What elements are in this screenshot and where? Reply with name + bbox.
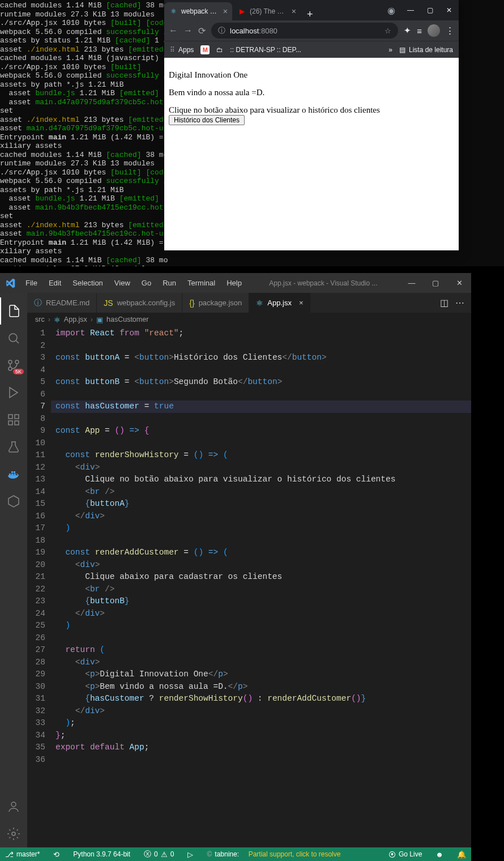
code-line[interactable]: Clique no botão abaixo para visualizar o…	[55, 474, 471, 486]
menu-view[interactable]: View	[109, 276, 135, 289]
maximize-button[interactable]: ▢	[420, 2, 439, 19]
code-line[interactable]: <div>	[55, 559, 471, 572]
code-line[interactable]	[55, 340, 471, 352]
code-line[interactable]: return (	[55, 644, 471, 657]
branch-indicator[interactable]: ⎇master*	[2, 850, 42, 859]
python-indicator[interactable]: Python 3.9.7 64-bit	[70, 850, 133, 858]
gear-icon[interactable]	[0, 820, 27, 847]
settings-icon[interactable]: ≡	[417, 26, 422, 36]
editor-tab-webpack-config-js[interactable]: JSwebpack.config.js	[97, 293, 182, 313]
menu-selection[interactable]: Selection	[67, 276, 108, 289]
code-line[interactable]: };	[55, 730, 471, 742]
bookmark-folder[interactable]: 🗀	[216, 46, 223, 54]
code-line[interactable]	[55, 632, 471, 645]
apps-shortcut[interactable]: ⠿Apps	[170, 46, 194, 54]
code-line[interactable]	[55, 413, 471, 425]
code-line[interactable]	[55, 754, 471, 766]
code-line[interactable]: {hasCustomer ? renderShowHistory() : ren…	[55, 693, 471, 705]
code-line[interactable]: const renderAddCustomer = () => (	[55, 547, 471, 559]
run-debug-icon[interactable]	[0, 379, 27, 406]
bookmark-overflow-icon[interactable]: »	[388, 46, 392, 54]
code-editor[interactable]: 1234567891011121314151617181920212223242…	[27, 326, 471, 847]
reading-list-button[interactable]: ▤Lista de leitura	[399, 46, 453, 54]
code-line[interactable]: );	[55, 717, 471, 730]
more-icon[interactable]: ⋮	[446, 25, 454, 36]
new-tab-button[interactable]: +	[301, 8, 319, 20]
code-line[interactable]: <br />	[55, 486, 471, 498]
code-line[interactable]: export default App;	[55, 741, 471, 754]
code-line[interactable]	[55, 535, 471, 547]
code-line[interactable]: </div>	[55, 705, 471, 718]
forward-button[interactable]: →	[183, 25, 193, 36]
avatar[interactable]	[428, 24, 440, 37]
editor-tab-package-json[interactable]: {}package.json	[182, 293, 249, 313]
testing-icon[interactable]	[0, 433, 27, 461]
code-line[interactable]: {buttonA}	[55, 498, 471, 510]
bookmark-star-icon[interactable]: ☆	[385, 27, 391, 35]
code-line[interactable]: const buttonA = <button>Histórico dos Cl…	[55, 352, 471, 364]
editor-tab-README-md[interactable]: ⓘREADME.md	[27, 293, 97, 313]
docker-icon[interactable]	[0, 461, 27, 488]
code-line[interactable]: const renderShowHistory = () => (	[55, 449, 471, 462]
site-info-icon[interactable]: ⓘ	[218, 25, 225, 36]
tabnine-status[interactable]: © tabnine: Partial support, click to res…	[204, 850, 343, 858]
url-input[interactable]: ⓘ localhost:8080 ☆	[211, 23, 398, 39]
code-line[interactable]	[55, 437, 471, 450]
browser-tab-1[interactable]: ▶ (26) The Dark ×	[233, 2, 301, 20]
feedback-icon[interactable]: ☻	[433, 850, 446, 859]
code-line[interactable]: {buttonB}	[55, 595, 471, 608]
history-button[interactable]: Histórico dos Clientes	[169, 115, 245, 125]
split-editor-icon[interactable]: ◫	[440, 297, 449, 308]
code-line[interactable]: <div>	[55, 657, 471, 669]
notifications-icon[interactable]: 🔔	[454, 850, 469, 859]
minimize-button[interactable]: —	[401, 2, 420, 19]
code-line[interactable]: )	[55, 522, 471, 535]
menu-go[interactable]: Go	[136, 276, 156, 289]
close-icon[interactable]: ×	[292, 7, 296, 16]
code-line[interactable]: <div>	[55, 462, 471, 474]
code-line[interactable]	[55, 364, 471, 377]
menu-file[interactable]: File	[20, 276, 42, 289]
go-live-button[interactable]: ⦿Go Live	[386, 850, 425, 859]
detran-bookmark[interactable]: :: DETRAN-SP :: DEP...	[230, 46, 301, 54]
code-line[interactable]: </div>	[55, 608, 471, 620]
extensions-icon[interactable]	[0, 406, 27, 433]
close-icon[interactable]: ×	[223, 7, 228, 16]
code-line[interactable]: const App = () => {	[55, 425, 471, 437]
source-control-icon[interactable]: 5K	[0, 352, 27, 379]
code-line[interactable]: <p>Digital Innovation One</p>	[55, 668, 471, 681]
hexagon-icon[interactable]	[0, 488, 27, 515]
extensions-icon[interactable]: ✦	[404, 25, 411, 36]
code-line[interactable]: import React from "react";	[55, 327, 471, 340]
more-actions-icon[interactable]: ⋯	[455, 297, 464, 308]
breadcrumb[interactable]: src› ⚛App.jsx› ▣hasCustomer	[27, 313, 471, 326]
browser-tab-0[interactable]: ⚛ webpack 4 + b ×	[164, 2, 232, 20]
code-line[interactable]: </div>	[55, 510, 471, 523]
code-line[interactable]: const buttonB = <button>Segundo Botão</b…	[55, 376, 471, 389]
code-line[interactable]: Clique abaixo para cadastrar os clientes	[55, 571, 471, 583]
problems-indicator[interactable]: ⓧ0⚠0	[141, 849, 177, 859]
back-button[interactable]: ←	[169, 25, 178, 36]
code-line[interactable]: const hasCustomer = true	[51, 400, 471, 413]
menu-run[interactable]: Run	[157, 276, 181, 289]
explorer-icon[interactable]	[0, 297, 27, 325]
search-icon[interactable]	[0, 325, 27, 352]
code-line[interactable]	[55, 389, 471, 401]
menu-help[interactable]: Help	[221, 276, 247, 289]
code-line[interactable]: <br />	[55, 583, 471, 596]
debug-indicator[interactable]: ▷	[185, 850, 196, 859]
menu-terminal[interactable]: Terminal	[182, 276, 220, 289]
maximize-button[interactable]: ▢	[424, 273, 447, 293]
menu-edit[interactable]: Edit	[44, 276, 66, 289]
gmail-bookmark[interactable]: M	[200, 45, 210, 54]
close-button[interactable]: ✕	[447, 273, 471, 293]
minimize-button[interactable]: —	[400, 273, 424, 293]
code-line[interactable]: )	[55, 620, 471, 632]
reload-button[interactable]: ⟳	[198, 25, 206, 36]
account-icon[interactable]	[0, 793, 27, 820]
editor-tab-App-jsx[interactable]: ⚛App.jsx×	[249, 293, 310, 313]
close-button[interactable]: ✕	[439, 2, 459, 19]
code-line[interactable]: <p>Bem vindo a nossa aula =D.</p>	[55, 681, 471, 693]
sync-icon[interactable]: ⟲	[50, 850, 62, 859]
close-icon[interactable]: ×	[299, 299, 304, 307]
